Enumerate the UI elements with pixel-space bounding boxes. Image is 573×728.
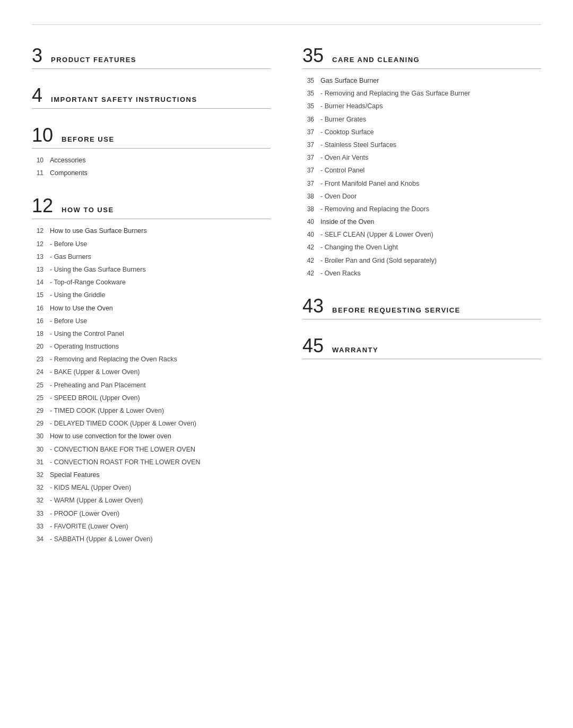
toc-item: 13- Gas Burners xyxy=(32,250,271,263)
toc-page-num: 42 xyxy=(302,268,314,279)
toc-section: 45WARRANTY xyxy=(302,336,541,359)
toc-label: - Oven Racks xyxy=(320,268,361,279)
toc-label: - SABBATH (Upper & Lower Oven) xyxy=(50,534,153,544)
toc-label: - Removing and Replacing the Oven Racks xyxy=(50,354,177,365)
section-title: IMPORTANT SAFETY INSTRUCTIONS xyxy=(51,96,197,103)
toc-label: - Stainless Steel Surfaces xyxy=(320,140,396,150)
section-number: 4 xyxy=(32,86,42,105)
toc-item: 20- Operating Instructions xyxy=(32,340,271,353)
toc-list: 12How to use Gas Surface Burners12- Befo… xyxy=(32,224,271,545)
toc-item: 29- DELAYED TIMED COOK (Upper & Lower Ov… xyxy=(32,417,271,430)
toc-section: 43BEFORE REQUESTING SERVICE xyxy=(302,297,541,319)
toc-page-num: 29 xyxy=(32,419,44,429)
toc-page-num: 12 xyxy=(32,239,44,249)
toc-page-num: 14 xyxy=(32,278,44,288)
toc-list: 35Gas Surface Burner35- Removing and Rep… xyxy=(302,74,541,280)
toc-item: 13- Using the Gas Surface Burners xyxy=(32,263,271,276)
toc-label: - Removing and Replacing the Gas Surface… xyxy=(320,88,470,99)
toc-item: 38- Removing and Replacing the Doors xyxy=(302,203,541,215)
toc-item: 42- Broiler Pan and Grid (Sold separatel… xyxy=(302,254,541,267)
toc-page-num: 33 xyxy=(32,509,44,519)
toc-label: - TIMED COOK (Upper & Lower Oven) xyxy=(50,405,164,416)
toc-item: 35Gas Surface Burner xyxy=(302,74,541,87)
toc-item: 12How to use Gas Surface Burners xyxy=(32,224,271,237)
toc-page-num: 13 xyxy=(32,265,44,275)
toc-page-num: 42 xyxy=(302,242,314,253)
section-heading: 10BEFORE USE xyxy=(32,126,271,149)
toc-item: 37- Stainless Steel Surfaces xyxy=(302,138,541,151)
toc-label: - Before Use xyxy=(50,239,87,249)
toc-page-num: 38 xyxy=(302,192,314,202)
toc-item: 34- SABBATH (Upper & Lower Oven) xyxy=(32,533,271,545)
toc-page-num: 15 xyxy=(32,290,44,300)
toc-label: - Preheating and Pan Placement xyxy=(50,380,146,391)
toc-label: - DELAYED TIMED COOK (Upper & Lower Oven… xyxy=(50,418,196,429)
toc-label: - CONVECTION ROAST FOR THE LOWER OVEN xyxy=(50,457,201,467)
section-title: BEFORE USE xyxy=(62,135,115,143)
toc-label: - Front Manifold Panel and Knobs xyxy=(320,178,419,189)
toc-item: 33- PROOF (Lower Oven) xyxy=(32,507,271,520)
toc-item: 42- Changing the Oven Light xyxy=(302,241,541,254)
section-number: 10 xyxy=(32,126,53,145)
toc-item: 16How to Use the Oven xyxy=(32,302,271,315)
toc-page-num: 40 xyxy=(302,230,314,240)
toc-label: - WARM (Upper & Lower Oven) xyxy=(50,495,143,506)
toc-label: How to Use the Oven xyxy=(50,303,113,314)
section-title: BEFORE REQUESTING SERVICE xyxy=(332,306,461,314)
toc-section: 3PRODUCT FEATURES xyxy=(32,46,271,69)
toc-page-num: 30 xyxy=(32,431,44,441)
toc-label: - Oven Door xyxy=(320,191,357,202)
toc-page-num: 23 xyxy=(32,354,44,365)
toc-item: 15- Using the Griddle xyxy=(32,289,271,301)
toc-page-num: 37 xyxy=(302,179,314,189)
toc-section: 12HOW TO USE12How to use Gas Surface Bur… xyxy=(32,196,271,545)
toc-page-num: 20 xyxy=(32,342,44,352)
toc-label: - SPEED BROIL (Upper Oven) xyxy=(50,393,140,403)
toc-item: 35- Burner Heads/Caps xyxy=(302,100,541,112)
toc-page-num: 13 xyxy=(32,252,44,262)
toc-item: 37- Oven Air Vents xyxy=(302,151,541,164)
toc-page-num: 31 xyxy=(32,457,44,467)
toc-label: - Gas Burners xyxy=(50,252,91,262)
left-column: 3PRODUCT FEATURES4IMPORTANT SAFETY INSTR… xyxy=(32,46,271,562)
toc-page-num: 35 xyxy=(302,101,314,111)
toc-item: 25- Preheating and Pan Placement xyxy=(32,379,271,392)
toc-page-num: 32 xyxy=(32,470,44,480)
toc-item: 32- WARM (Upper & Lower Oven) xyxy=(32,494,271,507)
toc-page-num: 33 xyxy=(32,522,44,532)
toc-page-num: 35 xyxy=(302,76,314,86)
toc-label: - Broiler Pan and Grid (Sold separately) xyxy=(320,255,437,266)
toc-page-num: 36 xyxy=(302,115,314,125)
toc-item: 36- Burner Grates xyxy=(302,113,541,126)
toc-item: 12- Before Use xyxy=(32,238,271,250)
page-header xyxy=(32,21,541,25)
toc-label: - Top-of-Range Cookware xyxy=(50,277,126,288)
toc-label: - Burner Grates xyxy=(320,114,366,125)
toc-item: 37- Cooktop Surface xyxy=(302,126,541,138)
toc-label: - SELF CLEAN (Upper & Lower Oven) xyxy=(320,229,433,240)
toc-label: - Control Panel xyxy=(320,165,364,176)
toc-item: 25- SPEED BROIL (Upper Oven) xyxy=(32,392,271,404)
toc-item: 30- CONVECTION BAKE FOR THE LOWER OVEN xyxy=(32,443,271,456)
toc-page-num: 30 xyxy=(32,445,44,455)
toc-page-num: 34 xyxy=(32,534,44,544)
section-heading: 3PRODUCT FEATURES xyxy=(32,46,271,69)
toc-item: 40Inside of the Oven xyxy=(302,215,541,228)
toc-label: - Using the Control Panel xyxy=(50,328,124,339)
section-number: 35 xyxy=(302,46,324,65)
toc-item: 33- FAVORITE (Lower Oven) xyxy=(32,520,271,533)
section-number: 3 xyxy=(32,46,42,65)
toc-label: - KIDS MEAL (Upper Oven) xyxy=(50,482,131,493)
toc-item: 42- Oven Racks xyxy=(302,267,541,280)
toc-page-num: 37 xyxy=(302,127,314,137)
toc-page-num: 37 xyxy=(302,140,314,150)
toc-item: 40- SELF CLEAN (Upper & Lower Oven) xyxy=(302,228,541,241)
toc-page-num: 25 xyxy=(32,393,44,403)
toc-item: 29- TIMED COOK (Upper & Lower Oven) xyxy=(32,404,271,417)
section-heading: 4IMPORTANT SAFETY INSTRUCTIONS xyxy=(32,86,271,109)
toc-item: 35- Removing and Replacing the Gas Surfa… xyxy=(302,87,541,100)
section-heading: 45WARRANTY xyxy=(302,336,541,359)
section-title: WARRANTY xyxy=(332,346,378,354)
toc-label: Accessories xyxy=(50,155,85,166)
toc-page-num: 37 xyxy=(302,153,314,163)
